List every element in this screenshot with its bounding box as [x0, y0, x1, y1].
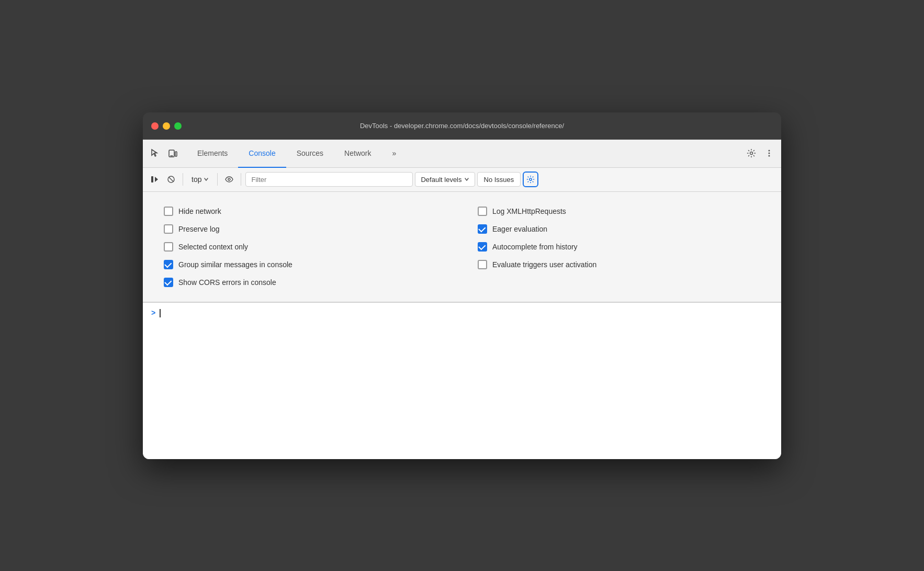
tab-bar: Elements Console Sources Network »: [143, 140, 781, 168]
chevron-down-icon: [204, 177, 209, 182]
console-cursor: [160, 309, 161, 317]
toolbar-divider-1: [183, 173, 183, 186]
console-settings-button[interactable]: [523, 172, 538, 187]
ban-icon: [167, 175, 175, 184]
eye-button[interactable]: [222, 172, 236, 187]
console-prompt: >: [151, 309, 155, 317]
setting-log-xmlhttp[interactable]: Log XMLHttpRequests: [478, 202, 760, 220]
setting-preserve-log[interactable]: Preserve log: [164, 220, 446, 238]
three-dots-icon: [764, 149, 774, 158]
svg-point-4: [769, 150, 770, 152]
levels-chevron-icon: [464, 177, 469, 182]
settings-left-column: Hide network Preserve log Selected conte…: [164, 202, 446, 291]
settings-panel: Hide network Preserve log Selected conte…: [143, 192, 781, 302]
traffic-lights: [151, 122, 182, 130]
checkbox-selected-context[interactable]: [164, 242, 173, 252]
devtools-body: Elements Console Sources Network »: [143, 140, 781, 459]
settings-active-icon: [526, 175, 535, 184]
tab-network[interactable]: Network: [334, 140, 381, 168]
device-icon: [168, 149, 177, 158]
close-button[interactable]: [151, 122, 159, 130]
label-log-xmlhttp: Log XMLHttpRequests: [492, 207, 566, 215]
checkbox-evaluate-triggers[interactable]: [478, 260, 487, 269]
no-issues-label: No Issues: [484, 176, 514, 184]
more-options-button[interactable]: [761, 145, 777, 161]
svg-marker-8: [155, 177, 158, 182]
device-toolbar-button[interactable]: [165, 145, 181, 161]
checkbox-eager-eval[interactable]: [478, 224, 487, 234]
console-toolbar: top Default levels No I: [143, 168, 781, 192]
cursor-icon: [150, 149, 160, 158]
no-entry-button[interactable]: [164, 172, 178, 187]
tab-bar-right: [743, 140, 777, 167]
inspect-element-button[interactable]: [147, 145, 163, 161]
context-label: top: [191, 175, 201, 184]
checkbox-show-cors[interactable]: [164, 278, 173, 287]
no-issues-button[interactable]: No Issues: [477, 172, 521, 187]
svg-point-11: [228, 178, 230, 180]
maximize-button[interactable]: [174, 122, 182, 130]
checkbox-log-xmlhttp[interactable]: [478, 207, 487, 216]
clear-console-button[interactable]: [147, 172, 162, 187]
label-hide-network: Hide network: [178, 207, 221, 215]
console-input-line: >: [151, 309, 773, 317]
console-area[interactable]: >: [143, 302, 781, 459]
setting-evaluate-triggers[interactable]: Evaluate triggers user activation: [478, 256, 760, 273]
checkbox-preserve-log[interactable]: [164, 224, 173, 234]
settings-right-column: Log XMLHttpRequests Eager evaluation Aut…: [478, 202, 760, 291]
tab-sources[interactable]: Sources: [286, 140, 334, 168]
svg-point-3: [750, 152, 753, 155]
eye-icon: [225, 175, 233, 184]
checkbox-autocomplete-history[interactable]: [478, 242, 487, 252]
filter-input[interactable]: [245, 172, 413, 187]
svg-rect-7: [151, 176, 153, 182]
context-selector[interactable]: top: [187, 172, 213, 187]
levels-label: Default levels: [421, 176, 461, 184]
minimize-button[interactable]: [163, 122, 170, 130]
tab-console[interactable]: Console: [238, 140, 286, 168]
play-icon: [150, 175, 159, 184]
tabs: Elements Console Sources Network »: [187, 140, 743, 167]
label-preserve-log: Preserve log: [178, 225, 220, 233]
svg-rect-1: [175, 152, 177, 156]
titlebar: DevTools - developer.chrome.com/docs/dev…: [143, 112, 781, 140]
setting-eager-eval[interactable]: Eager evaluation: [478, 220, 760, 238]
label-evaluate-triggers: Evaluate triggers user activation: [492, 260, 596, 269]
gear-icon: [747, 149, 756, 158]
settings-button[interactable]: [743, 145, 759, 161]
svg-point-6: [769, 155, 770, 157]
tab-more[interactable]: »: [381, 140, 407, 168]
label-show-cors: Show CORS errors in console: [178, 278, 276, 287]
setting-group-similar[interactable]: Group similar messages in console: [164, 256, 446, 273]
settings-grid: Hide network Preserve log Selected conte…: [164, 202, 760, 291]
svg-point-12: [529, 178, 532, 180]
toolbar-divider-2: [217, 173, 218, 186]
label-autocomplete-history: Autocomplete from history: [492, 243, 578, 251]
checkbox-hide-network[interactable]: [164, 207, 173, 216]
setting-selected-context[interactable]: Selected context only: [164, 238, 446, 256]
label-selected-context: Selected context only: [178, 243, 248, 251]
window-title: DevTools - developer.chrome.com/docs/dev…: [360, 122, 564, 130]
setting-hide-network[interactable]: Hide network: [164, 202, 446, 220]
label-eager-eval: Eager evaluation: [492, 225, 547, 233]
setting-autocomplete-history[interactable]: Autocomplete from history: [478, 238, 760, 256]
setting-show-cors[interactable]: Show CORS errors in console: [164, 273, 446, 291]
devtools-window: DevTools - developer.chrome.com/docs/dev…: [143, 112, 781, 459]
toolbar-divider-3: [241, 173, 241, 186]
svg-line-10: [169, 177, 174, 182]
svg-point-5: [769, 153, 770, 154]
levels-button[interactable]: Default levels: [415, 172, 475, 187]
tab-elements[interactable]: Elements: [187, 140, 238, 168]
tab-bar-left: [147, 140, 181, 167]
checkbox-group-similar[interactable]: [164, 260, 173, 269]
label-group-similar: Group similar messages in console: [178, 260, 292, 269]
